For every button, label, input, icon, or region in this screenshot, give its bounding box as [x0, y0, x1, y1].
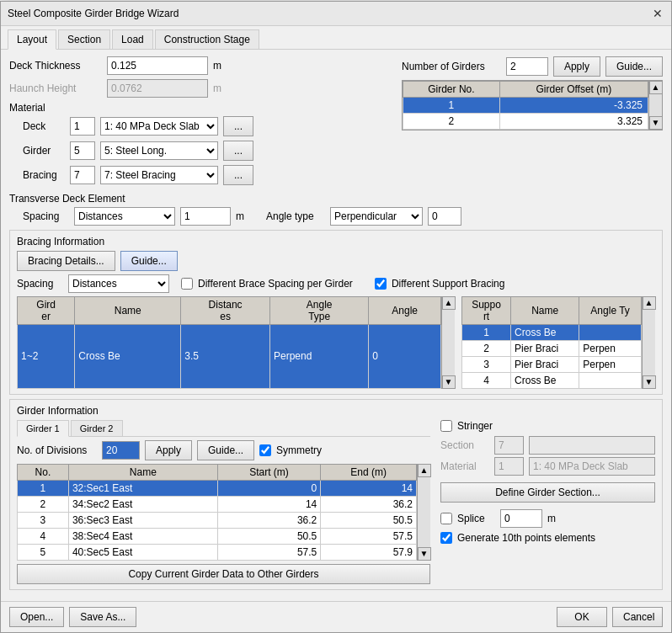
table-row[interactable]: 438:Sec4 East50.557.5 [18, 528, 417, 544]
symmetry-label: Symmetry [276, 444, 322, 456]
girder-tab-2[interactable]: Girder 2 [71, 420, 123, 436]
num-girders-guide-btn[interactable]: Guide... [605, 56, 663, 77]
deck-thickness-input[interactable] [107, 56, 208, 75]
tab-section[interactable]: Section [58, 29, 110, 49]
generate-checkbox[interactable] [440, 532, 452, 544]
spacing-value-input[interactable] [180, 207, 231, 226]
splice-label: Splice [457, 513, 495, 524]
divisions-guide-btn[interactable]: Guide... [197, 440, 254, 460]
girder-sections-scrollbar[interactable]: ▲ ▼ [417, 464, 430, 561]
bracing-material-select[interactable]: 7: Steel Bracing [100, 166, 218, 184]
br-header-name: Name [511, 296, 579, 324]
deck-material-select[interactable]: 1: 40 MPa Deck Slab [100, 117, 218, 136]
bl-header-name: Name [75, 296, 181, 324]
girder-material-select[interactable]: 5: Steel Long. [100, 141, 218, 160]
table-row[interactable]: 540:Sec5 East57.557.9 [18, 544, 417, 560]
bracing-right-table: Support Name Angle Ty 1Cross Be2Pier Bra… [461, 296, 642, 389]
diff-support-label: Different Support Bracing [392, 278, 505, 290]
bracing-details-btn[interactable]: Bracing Details... [17, 251, 115, 271]
gs-scroll-down[interactable]: ▼ [418, 547, 431, 561]
bracing-left-scrollbar[interactable]: ▲ ▼ [441, 296, 455, 389]
br-header-angle-type: Angle Ty [579, 296, 642, 324]
diff-brace-label: Different Brace Spacing per Girder [198, 278, 353, 290]
deck-material-label: Deck [23, 120, 65, 132]
symmetry-checkbox[interactable] [259, 444, 271, 456]
cancel-btn[interactable]: Cancel [612, 607, 663, 627]
girder-sections-table: No. Name Start (m) End (m) 132:Sec1 East… [17, 464, 417, 561]
bracing-guide-btn[interactable]: Guide... [120, 251, 178, 271]
close-button[interactable]: ✕ [651, 7, 664, 20]
num-girders-label: Number of Girders [402, 61, 501, 72]
spacing-select[interactable]: Distances [74, 207, 175, 226]
deck-thickness-label: Deck Thickness [9, 60, 102, 72]
splice-checkbox[interactable] [440, 513, 452, 524]
table-row[interactable]: 336:Sec3 East36.250.5 [18, 512, 417, 528]
deck-material-id[interactable] [70, 117, 95, 136]
bracing-material-id[interactable] [70, 166, 95, 184]
table-row[interactable]: 1Cross Be [462, 324, 642, 340]
bl-scroll-down[interactable]: ▼ [442, 375, 456, 389]
table-row[interactable]: 3Pier BraciPerpen [462, 356, 642, 372]
divisions-apply-btn[interactable]: Apply [145, 440, 192, 460]
save-as-btn[interactable]: Save As... [69, 607, 136, 627]
stringer-label: Stringer [457, 420, 493, 432]
bracing-material-btn[interactable]: ... [223, 165, 253, 185]
deck-material-btn[interactable]: ... [223, 116, 253, 136]
divisions-input[interactable] [102, 441, 140, 460]
bl-scroll-up[interactable]: ▲ [442, 296, 456, 310]
gs-scroll-up[interactable]: ▲ [418, 464, 431, 477]
tab-construction-stage[interactable]: Construction Stage [155, 29, 259, 49]
window-title: Steel Composite Girder Bridge Wizard [8, 8, 179, 19]
bl-header-angle-type: AngleType [269, 296, 368, 324]
tab-layout[interactable]: Layout [8, 29, 56, 50]
open-btn[interactable]: Open... [9, 607, 64, 627]
define-girder-btn[interactable]: Define Girder Section... [440, 482, 655, 503]
bracing-spacing-label: Spacing [17, 278, 63, 290]
stringer-section-input [494, 436, 524, 455]
table-row[interactable]: 4Cross Be [462, 372, 642, 388]
ok-btn[interactable]: OK [557, 607, 607, 627]
table-row[interactable]: 23.325 [403, 113, 648, 129]
material-label: Material [9, 102, 385, 114]
splice-value-input[interactable] [500, 509, 542, 528]
bl-header-girder: Girder [18, 296, 75, 324]
haunch-height-label: Haunch Height [9, 82, 102, 94]
br-scroll-up[interactable]: ▲ [643, 296, 656, 310]
bracing-right-scrollbar[interactable]: ▲ ▼ [642, 296, 655, 389]
num-girders-input[interactable] [506, 57, 548, 76]
girder-table-scrollbar[interactable]: ▲ ▼ [648, 81, 662, 130]
br-scroll-down[interactable]: ▼ [643, 375, 656, 389]
girder-offset-table: Girder No. Girder Offset (m) 1-3.32523.3… [403, 81, 648, 130]
table-row[interactable]: 2Pier BraciPerpen [462, 340, 642, 356]
table-row[interactable]: 1-3.325 [403, 97, 648, 113]
bracing-left-table: Girder Name Distances AngleType Angle 1~… [17, 296, 441, 389]
angle-value-input[interactable] [428, 207, 461, 226]
table-row[interactable]: 1~2Cross Be3.5Perpend0 [18, 324, 441, 388]
stringer-section-name [529, 436, 655, 455]
scroll-down-btn[interactable]: ▼ [649, 116, 663, 130]
gs-header-end: End (m) [321, 464, 417, 480]
scroll-up-btn[interactable]: ▲ [649, 81, 663, 94]
copy-girder-btn[interactable]: Copy Current Girder Data to Other Girder… [17, 564, 430, 584]
girder-material-btn[interactable]: ... [223, 141, 253, 161]
transverse-deck-label: Transverse Deck Element [9, 193, 663, 205]
diff-brace-checkbox[interactable] [181, 278, 193, 290]
girder-tab-1[interactable]: Girder 1 [17, 420, 69, 437]
bracing-info-label: Bracing Information [17, 236, 655, 247]
girder-offset-header-offset: Girder Offset (m) [499, 81, 648, 97]
bracing-spacing-select[interactable]: Distances [68, 274, 169, 293]
gs-header-name: Name [68, 464, 217, 480]
table-row[interactable]: 234:Sec2 East1436.2 [18, 496, 417, 512]
stringer-checkbox[interactable] [440, 420, 452, 432]
br-header-support: Support [462, 296, 511, 324]
girder-material-id[interactable] [70, 141, 95, 160]
bl-header-angle: Angle [369, 296, 441, 324]
num-girders-apply-btn[interactable]: Apply [553, 56, 600, 77]
girder-offset-header-no: Girder No. [403, 81, 500, 97]
diff-support-checkbox[interactable] [375, 278, 387, 290]
girder-material-label: Girder [23, 145, 65, 157]
table-row[interactable]: 132:Sec1 East014 [18, 480, 417, 496]
angle-type-select[interactable]: Perpendicular [330, 207, 423, 226]
tab-load[interactable]: Load [112, 29, 153, 49]
haunch-height-input [107, 79, 208, 98]
